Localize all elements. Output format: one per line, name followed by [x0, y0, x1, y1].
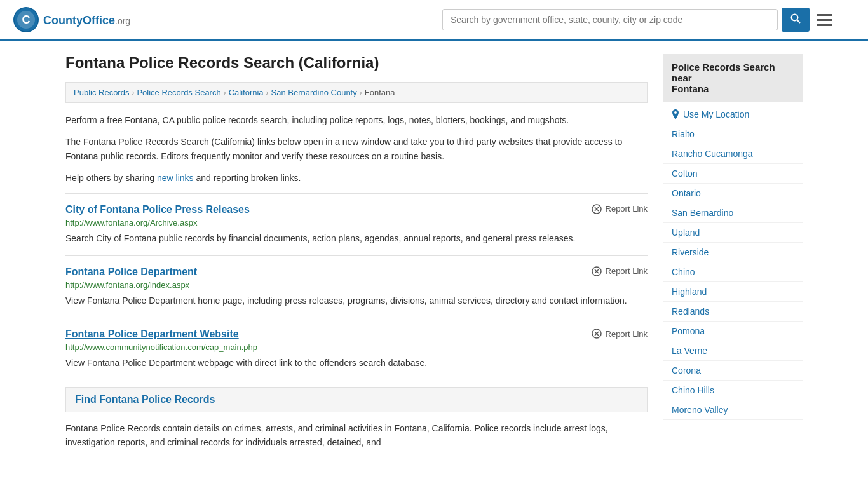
sidebar-link-rancho-cucamonga[interactable]: Rancho Cucamonga [663, 144, 803, 164]
sidebar-heading: Police Records Search near Fontana [663, 54, 803, 102]
breadcrumb-sep-1: › [132, 88, 134, 97]
result-1-title[interactable]: City of Fontana Police Press Releases [65, 204, 250, 215]
sidebar-heading-line2: Fontana [672, 83, 709, 94]
breadcrumb: Public Records › Police Records Search ›… [65, 82, 648, 103]
description-3: Help others by sharing new links and rep… [65, 171, 648, 185]
search-input[interactable] [442, 9, 778, 30]
result-2-desc: View Fontana Police Department home page… [65, 294, 648, 308]
logo[interactable]: C CountyOffice.org [13, 6, 130, 33]
report-link-button-3[interactable]: Report Link [592, 329, 648, 339]
result-3: Fontana Police Department Website Report… [65, 318, 648, 380]
svg-line-5 [797, 20, 801, 24]
sidebar-link-moreno-valley[interactable]: Moreno Valley [663, 400, 803, 420]
sidebar: Police Records Search near Fontana Use M… [663, 54, 803, 458]
find-section-text: Fontana Police Records contain details o… [65, 421, 648, 450]
main-wrapper: Fontana Police Records Search (Californi… [53, 41, 815, 470]
result-3-header: Fontana Police Department Website Report… [65, 329, 648, 340]
search-button[interactable] [782, 8, 810, 32]
sidebar-link-pomona[interactable]: Pomona [663, 322, 803, 341]
content-area: Fontana Police Records Search (Californi… [65, 54, 648, 458]
use-location-label: Use My Location [683, 109, 749, 119]
breadcrumb-public-records[interactable]: Public Records [74, 88, 129, 97]
breadcrumb-sep-4: › [360, 88, 362, 97]
report-link-label-2: Report Link [606, 266, 648, 276]
sidebar-link-chino[interactable]: Chino [663, 262, 803, 282]
sidebar-links: RialtoRancho CucamongaColtonOntarioSan B… [663, 125, 803, 420]
breadcrumb-sep-2: › [224, 88, 226, 97]
logo-text: CountyOffice.org [43, 13, 130, 27]
sidebar-link-upland[interactable]: Upland [663, 223, 803, 243]
report-icon-2 [592, 266, 602, 276]
breadcrumb-fontana: Fontana [365, 88, 395, 97]
page-title: Fontana Police Records Search (Californi… [65, 54, 648, 72]
report-icon-1 [592, 204, 602, 214]
result-2-header: Fontana Police Department Report Link [65, 266, 648, 278]
result-2-title[interactable]: Fontana Police Department [65, 266, 197, 278]
description-1: Perform a free Fontana, CA public police… [65, 113, 648, 127]
use-my-location[interactable]: Use My Location [663, 104, 803, 125]
sidebar-link-ontario[interactable]: Ontario [663, 184, 803, 203]
sidebar-link-rialto[interactable]: Rialto [663, 125, 803, 144]
result-1-header: City of Fontana Police Press Releases Re… [65, 204, 648, 215]
report-link-button-2[interactable]: Report Link [592, 266, 648, 276]
report-link-label-3: Report Link [606, 329, 648, 339]
sidebar-link-corona[interactable]: Corona [663, 361, 803, 381]
report-link-button-1[interactable]: Report Link [592, 204, 648, 214]
result-2-url[interactable]: http://www.fontana.org/index.aspx [65, 280, 648, 290]
result-2: Fontana Police Department Report Link ht… [65, 255, 648, 318]
result-1-url[interactable]: http://www.fontana.org/Archive.aspx [65, 218, 648, 227]
result-3-url[interactable]: http://www.communitynotification.com/cap… [65, 342, 648, 352]
result-1: City of Fontana Police Press Releases Re… [65, 193, 648, 255]
breadcrumb-california[interactable]: California [229, 88, 264, 97]
sidebar-link-highland[interactable]: Highland [663, 282, 803, 302]
location-pin-icon [672, 109, 679, 119]
sidebar-link-la-verne[interactable]: La Verne [663, 341, 803, 361]
new-links-link[interactable]: new links [157, 173, 194, 183]
breadcrumb-police-records-search[interactable]: Police Records Search [137, 88, 220, 97]
menu-button[interactable] [813, 11, 836, 29]
result-3-desc: View Fontana Police Department webpage w… [65, 356, 648, 370]
breadcrumb-san-bernardino[interactable]: San Bernardino County [271, 88, 357, 97]
result-3-title[interactable]: Fontana Police Department Website [65, 329, 239, 340]
menu-line-1 [817, 14, 832, 16]
result-1-desc: Search City of Fontana public records by… [65, 231, 648, 245]
logo-icon: C [13, 6, 39, 33]
search-icon [790, 13, 801, 24]
report-link-label-1: Report Link [606, 204, 648, 214]
sidebar-link-redlands[interactable]: Redlands [663, 302, 803, 322]
description-2: The Fontana Police Records Search (Calif… [65, 135, 648, 163]
sidebar-link-san-bernardino[interactable]: San Bernardino [663, 203, 803, 223]
search-area [442, 8, 836, 32]
sidebar-link-riverside[interactable]: Riverside [663, 243, 803, 262]
sidebar-link-chino-hills[interactable]: Chino Hills [663, 381, 803, 400]
menu-line-3 [817, 24, 832, 26]
sidebar-heading-line1: Police Records Search near [672, 62, 775, 83]
menu-line-2 [817, 19, 832, 21]
find-section-heading: Find Fontana Police Records [65, 387, 648, 412]
svg-point-4 [792, 15, 798, 21]
sidebar-link-colton[interactable]: Colton [663, 164, 803, 184]
report-icon-3 [592, 329, 602, 339]
breadcrumb-sep-3: › [266, 88, 269, 97]
site-header: C CountyOffice.org [0, 0, 868, 41]
svg-text:C: C [22, 13, 31, 26]
